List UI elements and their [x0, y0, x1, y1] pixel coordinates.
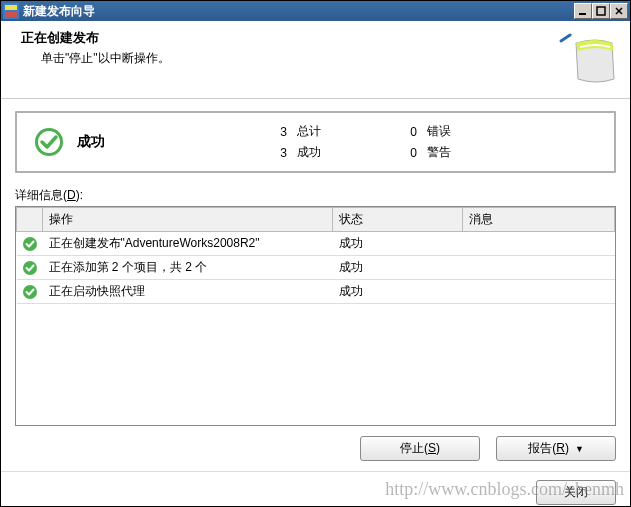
button-row: 停止(S) 报告(R)▼ — [1, 426, 630, 471]
total-label: 总计 — [297, 123, 377, 140]
warning-label: 警告 — [427, 144, 507, 161]
stop-button[interactable]: 停止(S) — [360, 436, 480, 461]
chevron-down-icon: ▼ — [575, 444, 584, 454]
row-status-icon — [17, 280, 43, 304]
close-button[interactable] — [610, 3, 628, 19]
row-action: 正在启动快照代理 — [43, 280, 333, 304]
row-action: 正在创建发布"AdventureWorks2008R2" — [43, 232, 333, 256]
row-status-icon — [17, 256, 43, 280]
total-count: 3 — [257, 125, 287, 139]
col-action[interactable]: 操作 — [43, 208, 333, 232]
col-icon[interactable] — [17, 208, 43, 232]
app-icon — [3, 3, 19, 19]
minimize-button[interactable] — [574, 3, 592, 19]
status-label: 成功 — [77, 133, 257, 151]
table-row[interactable]: 正在添加第 2 个项目，共 2 个成功 — [17, 256, 615, 280]
svg-rect-4 — [597, 7, 605, 15]
svg-rect-2 — [5, 12, 17, 17]
row-status-icon — [17, 232, 43, 256]
error-count: 0 — [387, 125, 417, 139]
row-message — [463, 280, 615, 304]
table-row[interactable]: 正在创建发布"AdventureWorks2008R2"成功 — [17, 232, 615, 256]
close-wizard-button[interactable]: 关闭 — [536, 480, 616, 505]
table-row[interactable]: 正在启动快照代理成功 — [17, 280, 615, 304]
window-controls — [574, 3, 628, 19]
error-label: 错误 — [427, 123, 507, 140]
stats-grid: 3 总计 0 错误 3 成功 0 警告 — [257, 123, 598, 161]
row-message — [463, 232, 615, 256]
row-action: 正在添加第 2 个项目，共 2 个 — [43, 256, 333, 280]
row-status: 成功 — [333, 280, 463, 304]
col-message[interactable]: 消息 — [463, 208, 615, 232]
detail-label: 详细信息(D): — [15, 187, 616, 204]
header-subtitle: 单击"停止"以中断操作。 — [21, 50, 556, 67]
row-status: 成功 — [333, 232, 463, 256]
summary-panel: 成功 3 总计 0 错误 3 成功 0 警告 — [15, 111, 616, 173]
row-message — [463, 256, 615, 280]
warning-count: 0 — [387, 146, 417, 160]
wizard-icon — [556, 29, 616, 92]
success-icon — [33, 126, 65, 158]
titlebar: 新建发布向导 — [1, 1, 630, 21]
svg-rect-1 — [5, 5, 17, 10]
success-count: 3 — [257, 146, 287, 160]
success-label: 成功 — [297, 144, 377, 161]
wizard-header: 正在创建发布 单击"停止"以中断操作。 — [1, 21, 630, 99]
row-status: 成功 — [333, 256, 463, 280]
maximize-button[interactable] — [592, 3, 610, 19]
table-header: 操作 状态 消息 — [17, 208, 615, 232]
footer: 关闭 — [1, 471, 630, 507]
header-title: 正在创建发布 — [21, 29, 556, 47]
detail-table: 操作 状态 消息 正在创建发布"AdventureWorks2008R2"成功正… — [15, 206, 616, 426]
window-title: 新建发布向导 — [23, 3, 574, 20]
report-button[interactable]: 报告(R)▼ — [496, 436, 616, 461]
col-status[interactable]: 状态 — [333, 208, 463, 232]
